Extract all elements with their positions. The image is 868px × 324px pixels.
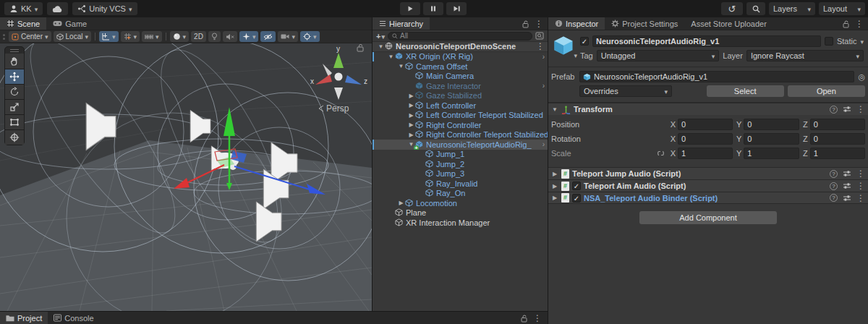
tag-dropdown[interactable]: Untagged	[597, 50, 720, 61]
foldout-arrow[interactable]: ▶	[397, 200, 405, 206]
hierarchy-item[interactable]: Ray_Invalid	[373, 179, 548, 189]
tab-asset-store-uploader[interactable]: Asset Store Uploader	[684, 17, 773, 30]
tab-project-settings[interactable]: Project Settings	[605, 17, 684, 30]
layers-dropdown[interactable]: Layers	[769, 2, 815, 15]
hierarchy-item[interactable]: ▼ Camera Offset	[373, 61, 548, 72]
tab-inspector[interactable]: Inspector	[548, 17, 605, 30]
foldout-arrow[interactable]: ▼	[387, 54, 395, 60]
unity-vcs-button[interactable]: Unity VCS	[72, 2, 137, 15]
component-menu-icon[interactable]	[856, 193, 865, 203]
foldout-arrow[interactable]: ▶	[551, 171, 558, 177]
prefab-open-chevron[interactable]: ›	[542, 82, 545, 90]
2d-toggle[interactable]: 2D	[191, 31, 206, 42]
hierarchy-item[interactable]: XR Interaction Manager	[373, 218, 548, 228]
increment-snap-toggle[interactable]	[121, 31, 140, 42]
hierarchy-item-selected[interactable]: ▼ NeurosonicTeleportAudioRig_ ›	[373, 140, 548, 150]
foldout-arrow[interactable]: ▶	[407, 112, 415, 119]
create-object-button[interactable]: +	[376, 32, 385, 40]
hierarchy-item[interactable]: ▶ Right Controller	[373, 120, 548, 130]
help-icon[interactable]	[830, 182, 838, 190]
foldout-arrow[interactable]: ▼	[397, 63, 405, 69]
hierarchy-item[interactable]: Main Camera	[373, 72, 548, 82]
effects-toggle[interactable]	[239, 31, 259, 42]
component-header-nsa-teleport-audio-binder[interactable]: ▶ NSA_Teleport Audio Binder (Script)	[548, 192, 868, 204]
hierarchy-item[interactable]: Jump_3	[373, 169, 548, 179]
hierarchy-item[interactable]: Ray_On	[373, 189, 548, 199]
view-hand-tool[interactable]	[5, 54, 24, 69]
component-enabled-checkbox[interactable]	[572, 182, 581, 190]
tab-game[interactable]: Game	[46, 17, 93, 30]
hierarchy-item[interactable]: ▶ Right Controller Teleport Stabilized	[373, 130, 548, 140]
tab-hierarchy[interactable]: Hierarchy	[373, 17, 430, 30]
overrides-dropdown[interactable]: Overrides	[579, 85, 672, 97]
presets-icon[interactable]	[843, 105, 851, 114]
scale-y-field[interactable]: 1	[744, 148, 799, 159]
play-button[interactable]	[400, 2, 420, 15]
component-enabled-checkbox[interactable]	[572, 194, 581, 202]
gameobject-icon-large[interactable]	[553, 35, 576, 59]
account-button[interactable]: KK	[4, 2, 43, 15]
presets-icon[interactable]	[843, 194, 851, 202]
step-button[interactable]	[446, 2, 467, 15]
active-checkbox[interactable]	[580, 37, 589, 46]
presets-icon[interactable]	[843, 182, 851, 190]
scene-visibility-toggle[interactable]	[260, 31, 276, 42]
hierarchy-item[interactable]: ▶ Locomotion	[373, 198, 548, 208]
gizmos-toggle[interactable]	[300, 31, 320, 42]
help-icon[interactable]	[830, 106, 838, 114]
foldout-arrow[interactable]: ▶	[407, 132, 415, 138]
hierarchy-item[interactable]: ▼ XR Origin (XR Rig) ›	[373, 52, 548, 62]
name-field[interactable]: NeurosonicTeleportAudioRig_v1	[592, 35, 821, 47]
foldout-arrow[interactable]: ▼	[377, 43, 385, 50]
search-window-icon[interactable]	[535, 32, 544, 40]
static-checkbox[interactable]	[825, 37, 833, 46]
prefab-open-button[interactable]: Open	[788, 85, 865, 97]
search-button[interactable]	[746, 2, 765, 15]
draw-mode-button[interactable]	[170, 31, 190, 42]
prefab-object-field[interactable]: NeurosonicTeleportAudioRig_v1	[579, 71, 854, 82]
tools-drag-handle[interactable]	[5, 47, 24, 54]
orientation-mode-button[interactable]: Local	[54, 31, 91, 42]
prefab-open-chevron[interactable]: ›	[542, 53, 545, 61]
foldout-arrow[interactable]: ▶	[407, 93, 415, 99]
hierarchy-item[interactable]: ▶ Left Controller Teleport Stabilized	[373, 111, 548, 121]
scale-z-field[interactable]: 1	[810, 148, 865, 159]
rotation-x-field[interactable]: 0	[678, 133, 733, 145]
foldout-arrow[interactable]: ▶	[407, 102, 415, 108]
foldout-arrow[interactable]: ▶	[407, 122, 415, 128]
position-x-field[interactable]: 0	[678, 119, 733, 130]
scale-tool[interactable]	[5, 99, 24, 114]
panel-lock-icon[interactable]	[522, 20, 529, 28]
hierarchy-item[interactable]: Plane	[373, 208, 548, 218]
lighting-toggle[interactable]	[208, 31, 221, 42]
camera-settings-button[interactable]	[278, 31, 298, 42]
transform-header[interactable]: ▼ Transform	[548, 103, 868, 115]
link-constraint-icon[interactable]	[656, 149, 665, 158]
rotate-tool[interactable]	[5, 84, 24, 99]
hierarchy-item[interactable]: Jump_1	[373, 150, 548, 160]
icon-picker-arrow[interactable]	[574, 51, 577, 59]
pause-button[interactable]	[423, 2, 443, 15]
scene-menu-icon[interactable]	[536, 42, 545, 51]
help-icon[interactable]	[830, 194, 838, 202]
tab-console[interactable]: Console	[48, 312, 99, 324]
add-component-button[interactable]: Add Component	[639, 211, 777, 224]
move-tool[interactable]	[5, 69, 24, 84]
panel-lock-icon[interactable]	[842, 20, 850, 28]
component-menu-icon[interactable]	[856, 104, 865, 114]
object-picker-icon[interactable]: ◎	[858, 72, 865, 82]
hierarchy-item[interactable]: Jump_2	[373, 159, 548, 169]
pivot-mode-button[interactable]: Center	[9, 31, 51, 42]
panel-menu-icon[interactable]	[855, 19, 864, 29]
rotation-z-field[interactable]: 0	[810, 133, 865, 145]
component-header-teleport-jump-audio[interactable]: ▶ Teleport Jump Audio (Script)	[548, 167, 868, 179]
panel-menu-icon[interactable]	[535, 19, 543, 29]
toolbar-grip-icon[interactable]	[1, 34, 7, 40]
transform-tool[interactable]	[5, 129, 24, 145]
scale-x-field[interactable]: 1	[678, 148, 733, 159]
panel-lock-icon[interactable]	[520, 314, 528, 323]
cloud-button[interactable]	[47, 2, 68, 15]
hierarchy-item-scene[interactable]: ▼ NeurosonicTeleportDemoScene	[373, 42, 548, 52]
grid-snap-toggle[interactable]	[99, 31, 119, 42]
prefab-open-chevron[interactable]: ›	[542, 140, 545, 148]
